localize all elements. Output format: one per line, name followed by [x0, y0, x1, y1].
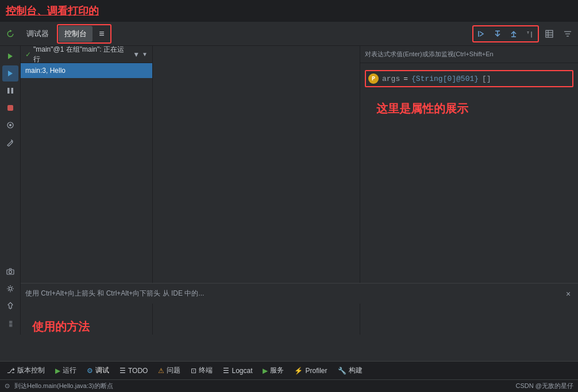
notification-close-button[interactable]: ×: [563, 289, 573, 299]
svg-marker-0: [10, 30, 12, 32]
sidebar-edit-button[interactable]: [2, 134, 18, 150]
debugger-tab[interactable]: 调试器: [21, 26, 55, 42]
toolbar-row: 调试器 控制台 ≡: [0, 22, 578, 46]
tool-build-label: 构建: [349, 366, 363, 375]
todo-icon: ☰: [120, 367, 126, 375]
tool-debug-label: 调试: [95, 366, 109, 375]
tool-terminal[interactable]: ⊡ 终端: [186, 363, 217, 378]
problems-icon: ⚠: [158, 367, 164, 375]
tool-problems-label: 问题: [167, 366, 180, 375]
console-tab[interactable]: 控制台: [59, 26, 93, 42]
variable-badge: P: [368, 73, 379, 84]
tool-profiler-label: Profiler: [305, 367, 327, 375]
frames-list: main:3, Hello: [21, 63, 152, 308]
svg-point-20: [9, 271, 11, 274]
watches-header: 对表达式求值(Enter)或添加监视(Ctrl+Shift+En: [360, 46, 578, 63]
breakpoint-label: 到达Hello.main(Hello.java:3)的断点: [14, 382, 113, 390]
svg-rect-14: [7, 88, 10, 94]
sidebar-pause-button[interactable]: [2, 83, 18, 99]
checkpoint-icon: ⊙: [5, 382, 10, 390]
menu-icon[interactable]: ≡: [94, 26, 110, 42]
top-annotation-text: 控制台、调看打印的: [6, 4, 99, 18]
sidebar-camera-button[interactable]: [2, 263, 18, 280]
nav-buttons-group: ᵀ|: [472, 25, 539, 42]
tool-logcat[interactable]: ☰ Logcat: [218, 363, 257, 378]
sidebar-debug-icon[interactable]: [2, 65, 18, 81]
top-annotation-bar: 控制台、调看打印的: [0, 0, 578, 22]
restart-button[interactable]: [2, 26, 18, 42]
step-out-button[interactable]: [506, 27, 521, 41]
filter-icon[interactable]: ▼: [133, 51, 140, 59]
tool-problems[interactable]: ⚠ 问题: [153, 363, 185, 378]
dropdown-icon[interactable]: ▼: [142, 51, 148, 57]
sidebar-pin-button[interactable]: [2, 298, 18, 314]
notification-text: 使用 Ctrl+Alt+向上箭头 和 Ctrl+Alt+向下箭头 从 IDE 中…: [25, 289, 558, 298]
frame-item[interactable]: main:3, Hello: [21, 63, 152, 78]
method-annotation: 使用的方法: [21, 308, 152, 335]
frame-label: main:3, Hello: [25, 67, 65, 75]
sidebar-settings-button[interactable]: [2, 281, 18, 297]
tool-debug[interactable]: ⚙ 调试: [82, 363, 114, 378]
tool-services[interactable]: ▶ 服务: [258, 363, 288, 378]
svg-point-18: [9, 124, 11, 126]
console-tab-group: 控制台 ≡: [57, 24, 111, 44]
logcat-icon: ☰: [223, 367, 229, 375]
profiler-icon: ⚡: [294, 367, 303, 375]
svg-rect-16: [7, 105, 13, 111]
tool-run[interactable]: ▶ 运行: [51, 363, 81, 378]
tool-todo[interactable]: ☰ TODO: [115, 363, 152, 378]
cursor-button[interactable]: ᵀ|: [522, 27, 537, 41]
bottom-info-bar: ⊙ 到达Hello.main(Hello.java:3)的断点 CSDN @无敌…: [0, 379, 578, 392]
tool-build[interactable]: 🔧 构建: [333, 363, 367, 378]
svg-rect-5: [546, 30, 553, 37]
tool-terminal-label: 终端: [199, 366, 213, 375]
tool-todo-label: TODO: [128, 367, 148, 375]
version-control-icon: ⎇: [7, 367, 15, 375]
tool-logcat-label: Logcat: [232, 367, 252, 375]
status-bar: ⎇ 版本控制 ▶ 运行 ⚙ 调试 ☰ TODO ⚠ 问题 ⊡ 终端 ☰ Logc…: [0, 361, 578, 392]
table-view-button[interactable]: [541, 26, 557, 42]
check-icon: ✓: [25, 51, 31, 59]
sidebar-resume-button[interactable]: [2, 48, 18, 64]
property-annotation: 这里是属性的展示: [365, 90, 573, 128]
terminal-icon: ⊡: [191, 367, 196, 375]
step-into-button[interactable]: [490, 27, 505, 41]
watches-header-text: 对表达式求值(Enter)或添加监视(Ctrl+Shift+En: [365, 50, 494, 59]
svg-marker-12: [8, 53, 13, 59]
variable-equals: =: [403, 75, 408, 83]
debug-area: 调试器 控制台 ≡: [0, 22, 578, 335]
frames-header: ✓ "main"@1 在组"main": 正在运行 ▼ ▼: [21, 46, 152, 63]
tool-version-control[interactable]: ⎇ 版本控制: [2, 363, 49, 378]
tool-version-control-label: 版本控制: [17, 366, 45, 375]
filter-button[interactable]: [560, 26, 576, 42]
bottom-left: ⊙ 到达Hello.main(Hello.java:3)的断点: [5, 382, 113, 390]
svg-marker-13: [8, 71, 13, 76]
variable-extra: []: [482, 75, 491, 83]
tool-services-label: 服务: [270, 366, 284, 375]
sidebar-mute-button[interactable]: [2, 117, 18, 133]
svg-text:ᵀ|: ᵀ|: [526, 31, 533, 38]
step-over-button[interactable]: [474, 27, 489, 41]
services-icon: ▶: [263, 367, 268, 375]
debug-icon: ⚙: [87, 367, 93, 375]
notification-bar: 使用 Ctrl+Alt+向上箭头 和 Ctrl+Alt+向下箭头 从 IDE 中…: [21, 283, 578, 304]
variable-value: {String[0]@501}: [411, 75, 479, 83]
variable-name: args: [382, 75, 400, 83]
build-icon: 🔧: [338, 367, 346, 375]
tool-run-label: 运行: [63, 366, 76, 375]
sidebar-stop-button[interactable]: [2, 100, 18, 116]
svg-point-21: [9, 288, 11, 290]
svg-rect-15: [11, 88, 13, 94]
left-sidebar: ≡≡: [0, 46, 21, 335]
run-icon: ▶: [55, 367, 60, 375]
tool-profiler[interactable]: ⚡ Profiler: [290, 363, 332, 378]
thread-label: "main"@1 在组"main": 正在运行: [33, 46, 128, 64]
tools-bar: ⎇ 版本控制 ▶ 运行 ⚙ 调试 ☰ TODO ⚠ 问题 ⊡ 终端 ☰ Logc…: [0, 361, 578, 379]
variable-args: P args = {String[0]@501} []: [365, 70, 573, 87]
credits-text: CSDN @无敌的星仔: [516, 382, 573, 390]
